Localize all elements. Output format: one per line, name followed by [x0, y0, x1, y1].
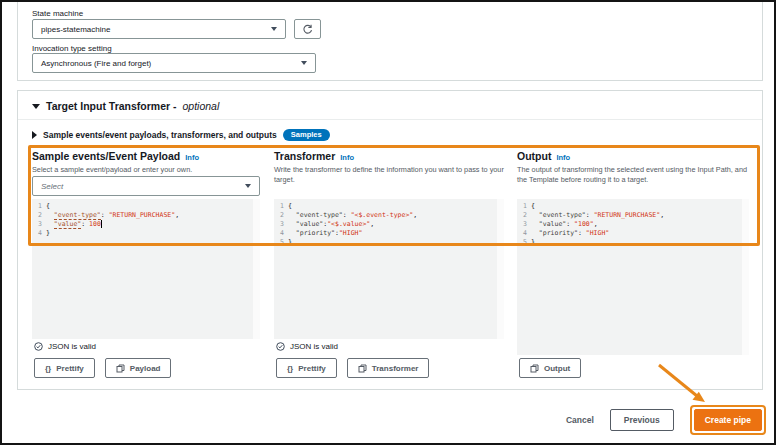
annotation-highlight-create-pipe: Create pipe [690, 405, 766, 435]
transformer-validation-status: JSON is valid [276, 342, 338, 351]
transformer-panel: Transformer Info Write the transformer t… [274, 150, 504, 185]
target-config-card: State machine pipes-statemachine Invocat… [17, 0, 763, 81]
output-code-editor[interactable]: 1{2 "event-type": "RETURN_PURCHASE",3 "v… [517, 199, 749, 355]
scrollbar[interactable] [497, 199, 504, 339]
info-link[interactable]: Info [340, 153, 354, 162]
output-panel: Output Info The output of transforming t… [517, 150, 749, 185]
refresh-icon [302, 24, 313, 35]
prettify-button[interactable]: {} Prettify [276, 358, 337, 378]
section-title: Target Input Transformer - [46, 100, 177, 112]
chevron-down-icon [301, 61, 307, 65]
state-machine-value: pipes-statemachine [41, 25, 271, 34]
braces-icon: {} [45, 364, 51, 373]
payload-panel-title: Sample events/Event Payload [32, 150, 180, 162]
refresh-button[interactable] [294, 19, 321, 39]
payload-panel: Sample events/Event Payload Info Select … [32, 150, 260, 175]
transformer-code-editor[interactable]: 1{2 "event-type": "<$.event-type>",3 "va… [274, 199, 504, 339]
chevron-down-icon [271, 27, 277, 31]
payload-panel-description: Select a sample event/payload or enter y… [32, 165, 260, 175]
state-machine-select[interactable]: pipes-statemachine [32, 19, 286, 39]
copy-output-label: Output [544, 364, 570, 373]
info-link[interactable]: Info [556, 153, 570, 162]
samples-label: Sample events/event payloads, transforme… [43, 130, 277, 140]
samples-expander[interactable]: Sample events/event payloads, transforme… [32, 129, 330, 141]
invocation-type-value: Asynchronous (Fire and forget) [41, 59, 301, 68]
samples-badge: Samples [283, 129, 330, 141]
status-text: JSON is valid [48, 342, 96, 351]
check-circle-icon [34, 342, 43, 351]
scrollbar[interactable] [742, 199, 749, 355]
braces-icon: {} [287, 364, 293, 373]
scrollbar[interactable] [253, 199, 260, 339]
sample-event-select[interactable]: Select [32, 176, 260, 196]
prettify-label: Prettify [298, 364, 326, 373]
footer-actions: Cancel Previous Create pipe [566, 405, 766, 435]
payload-code-editor[interactable]: 1{2 "event-type": "RETURN_PURCHASE",3 "v… [32, 199, 260, 339]
status-text: JSON is valid [290, 342, 338, 351]
page: State machine pipes-statemachine Invocat… [0, 0, 776, 445]
copy-payload-button[interactable]: Payload [105, 358, 172, 378]
chevron-down-icon [245, 184, 251, 188]
copy-output-button[interactable]: Output [519, 358, 581, 378]
state-machine-label: State machine [32, 9, 83, 18]
transformer-panel-title: Transformer [274, 150, 335, 162]
copy-transformer-label: Transformer [372, 364, 419, 373]
collapse-triangle-icon [32, 104, 40, 109]
prettify-label: Prettify [56, 364, 84, 373]
cancel-button[interactable]: Cancel [566, 415, 594, 425]
copy-payload-label: Payload [130, 364, 161, 373]
check-circle-icon [276, 342, 285, 351]
copy-icon [530, 364, 539, 373]
sample-event-select-value: Select [41, 182, 245, 191]
copy-icon [358, 364, 367, 373]
section-title-optional: optional [183, 100, 220, 112]
copy-icon [116, 364, 125, 373]
payload-validation-status: JSON is valid [34, 342, 96, 351]
expand-triangle-icon [32, 131, 37, 139]
prettify-button[interactable]: {} Prettify [34, 358, 95, 378]
info-link[interactable]: Info [185, 153, 199, 162]
section-header-toggle[interactable]: Target Input Transformer - optional [32, 100, 219, 112]
copy-transformer-button[interactable]: Transformer [347, 358, 430, 378]
create-pipe-button[interactable]: Create pipe [694, 409, 762, 431]
invocation-type-select[interactable]: Asynchronous (Fire and forget) [32, 53, 316, 73]
transformer-panel-description: Write the transformer to define the info… [274, 165, 504, 185]
divider [18, 119, 762, 120]
output-panel-description: The output of transforming the selected … [517, 165, 749, 185]
invocation-type-label: Invocation type setting [32, 44, 112, 53]
output-panel-title: Output [517, 150, 551, 162]
previous-button[interactable]: Previous [610, 409, 674, 431]
